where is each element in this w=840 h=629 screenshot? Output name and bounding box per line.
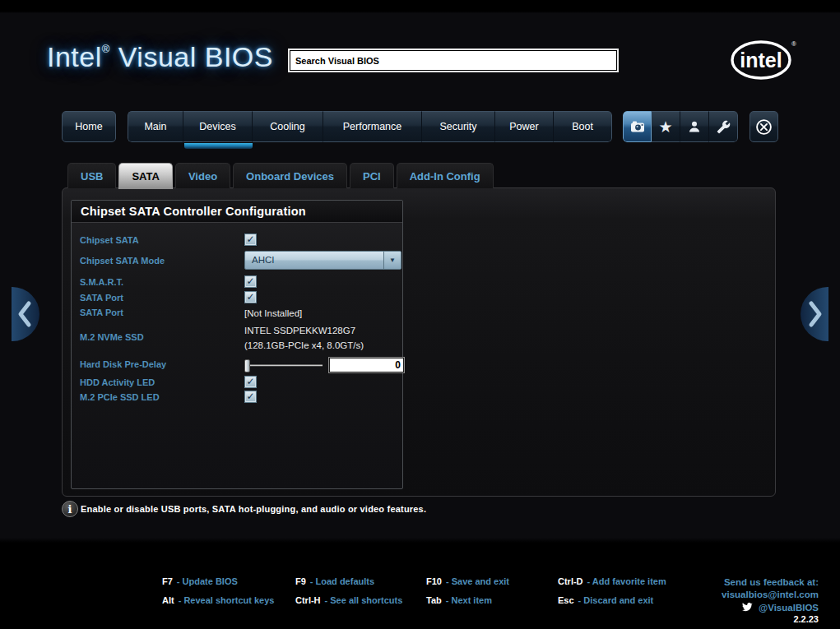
smart-checkbox[interactable]: ✓	[244, 275, 257, 288]
check-icon: ✓	[246, 276, 254, 286]
setting-label: S.M.A.R.T.	[80, 275, 244, 287]
subtab-usb[interactable]: USB	[67, 163, 116, 188]
nav-tab-cooling[interactable]: Cooling	[253, 111, 323, 142]
check-icon: ✓	[246, 391, 254, 401]
setting-row-m2-pcie-ssd-led: M.2 PCIe SSD LED ✓	[80, 391, 394, 403]
shortcut-next-item: Tab- Next item	[426, 595, 558, 605]
bios-version: 2.2.23	[793, 614, 819, 624]
shortcut-desc: - Discard and exit	[578, 595, 654, 605]
setting-label: SATA Port	[80, 291, 244, 303]
setting-row-hard-disk-pre-delay: Hard Disk Pre-Delay	[80, 358, 394, 372]
registered-mark: ®	[102, 43, 110, 55]
subtab-addin-config[interactable]: Add-In Config	[397, 163, 494, 188]
main-nav-tabs: Main Devices Cooling Performance Securit…	[128, 111, 612, 142]
settings-button[interactable]	[709, 111, 738, 142]
sata-port-status: [Not Installed]	[244, 306, 394, 321]
shortcut-key: Tab	[426, 595, 442, 605]
devices-subtabs: USB SATA Video Onboard Devices PCI Add-I…	[67, 163, 494, 188]
setting-label: HDD Activity LED	[80, 376, 244, 387]
nav-tab-main[interactable]: Main	[128, 111, 183, 142]
intel-logo-reg: ®	[791, 40, 796, 48]
m2-nvme-ssd-value: INTEL SSDPEKKW128G7 (128.1GB-PCIe x4, 8.…	[244, 323, 394, 354]
screenshot-button[interactable]	[623, 111, 652, 142]
panel-title: Chipset SATA Controller Configuration	[72, 201, 402, 223]
intel-logo-text: intel	[740, 49, 782, 72]
slider-thumb[interactable]	[244, 359, 250, 372]
chevron-down-icon: ▼	[389, 257, 396, 264]
app-logo: Intel® Visual BIOS	[47, 41, 273, 73]
favorites-button[interactable]: ★	[652, 111, 680, 142]
search-input[interactable]	[290, 50, 617, 71]
chipset-sata-checkbox[interactable]: ✓	[244, 234, 257, 246]
shortcut-legend: F7- Update BIOS F9- Load defaults F10- S…	[162, 576, 666, 605]
nav-tab-security[interactable]: Security	[422, 111, 495, 142]
setting-row-smart: S.M.A.R.T. ✓	[80, 275, 394, 288]
dropdown-arrow-button[interactable]: ▼	[383, 252, 401, 269]
m2-pcie-ssd-led-checkbox[interactable]: ✓	[244, 391, 257, 403]
active-tab-indicator	[184, 143, 253, 149]
shortcut-key: Ctrl-D	[558, 576, 583, 586]
shortcut-desc: - Next item	[446, 595, 492, 605]
setting-label: Chipset SATA	[80, 234, 244, 245]
setting-label: Hard Disk Pre-Delay	[80, 358, 244, 369]
chevron-right-icon	[805, 294, 825, 335]
shortcut-save-exit: F10- Save and exit	[426, 576, 558, 586]
check-icon: ✓	[246, 234, 254, 244]
previous-page-button[interactable]	[12, 287, 39, 341]
close-circle-icon	[755, 118, 773, 136]
nav-tab-boot[interactable]: Boot	[554, 111, 612, 142]
twitter-icon	[742, 603, 754, 613]
feedback-email[interactable]: visualbios@intel.com	[722, 589, 819, 601]
wrench-icon	[717, 120, 731, 134]
twitter-handle[interactable]: @VisualBIOS	[759, 602, 819, 614]
setting-label: M.2 PCIe SSD LED	[80, 391, 244, 402]
help-text-row: i Enable or disable USB ports, SATA hot-…	[62, 501, 426, 517]
hdd-activity-led-checkbox[interactable]: ✓	[244, 376, 257, 388]
shortcut-key: F10	[426, 576, 442, 586]
shortcut-discard-exit: Esc- Discard and exit	[558, 595, 666, 605]
setting-label: SATA Port	[80, 306, 244, 317]
shortcut-reveal-keys: Alt- Reveal shortcut keys	[162, 595, 295, 605]
pre-delay-slider[interactable]	[244, 364, 323, 367]
pre-delay-input[interactable]	[329, 358, 404, 372]
app-logo-product: Visual BIOS	[110, 41, 273, 72]
shortcut-desc: - Load defaults	[310, 576, 374, 586]
setting-row-hdd-activity-led: HDD Activity LED ✓	[80, 376, 394, 388]
shortcut-key: F7	[162, 576, 173, 586]
sata-port-checkbox[interactable]: ✓	[244, 291, 257, 303]
setting-row-sata-port-1: SATA Port [Not Installed]	[80, 306, 394, 321]
chevron-left-icon	[15, 294, 35, 335]
shortcut-desc: - Add favorite item	[587, 576, 666, 586]
nav-tab-devices[interactable]: Devices	[183, 111, 253, 142]
shortcut-update-bios: F7- Update BIOS	[162, 576, 295, 586]
shortcut-add-favorite: Ctrl-D- Add favorite item	[558, 576, 666, 586]
shortcut-key: F9	[295, 576, 306, 586]
shortcut-key: Alt	[162, 595, 174, 605]
setting-row-chipset-sata-mode: Chipset SATA Mode AHCI ▼	[80, 251, 394, 270]
subtab-sata[interactable]: SATA	[118, 163, 172, 189]
subtab-onboard-devices[interactable]: Onboard Devices	[233, 163, 347, 188]
chipset-sata-mode-dropdown[interactable]: AHCI ▼	[244, 251, 401, 270]
nav-tab-power[interactable]: Power	[495, 111, 554, 142]
exit-button[interactable]	[750, 111, 778, 142]
setting-label: Chipset SATA Mode	[80, 251, 244, 266]
shortcut-desc: - Save and exit	[446, 576, 509, 586]
setting-row-sata-port-0: SATA Port ✓	[80, 291, 394, 303]
help-text: Enable or disable USB ports, SATA hot-pl…	[81, 504, 426, 514]
subtab-video[interactable]: Video	[175, 163, 230, 188]
setting-row-chipset-sata: Chipset SATA ✓	[80, 234, 394, 246]
star-icon: ★	[658, 119, 672, 135]
shortcut-see-all: Ctrl-H- See all shortcuts	[295, 595, 426, 605]
content-panel: Chipset SATA Controller Configuration Ch…	[62, 187, 776, 497]
setting-label: M.2 NVMe SSD	[80, 323, 244, 342]
subtab-pci[interactable]: PCI	[350, 163, 394, 188]
shortcut-desc: - Reveal shortcut keys	[179, 595, 275, 605]
profile-button[interactable]	[680, 111, 709, 142]
info-icon: i	[62, 501, 78, 517]
nav-tab-performance[interactable]: Performance	[323, 111, 422, 142]
check-icon: ✓	[246, 377, 254, 386]
intel-logo: intel ®	[729, 36, 796, 87]
shortcut-key: Ctrl-H	[295, 595, 321, 605]
next-page-button[interactable]	[801, 287, 828, 341]
nav-tab-home[interactable]: Home	[62, 111, 116, 142]
